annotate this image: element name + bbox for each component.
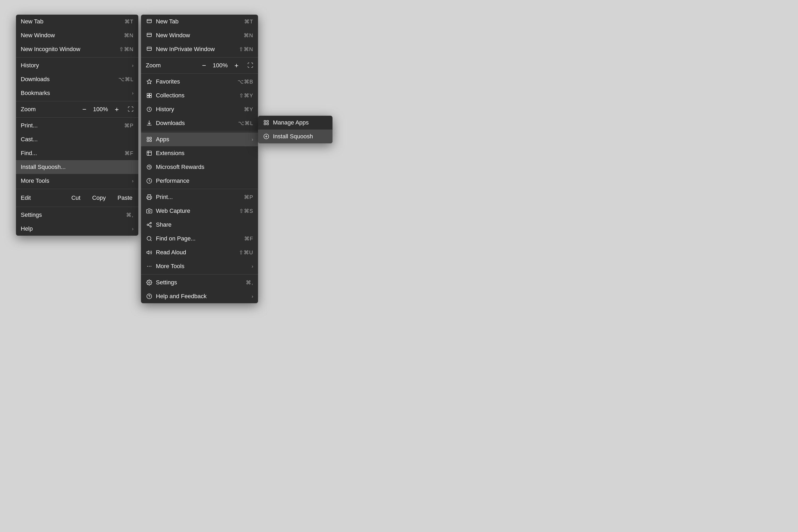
- chrome-paste-button[interactable]: Paste: [112, 193, 138, 203]
- chrome-settings[interactable]: Settings ⌘,: [16, 208, 138, 222]
- edge-print-shortcut: ⌘P: [244, 194, 253, 200]
- chrome-print-label: Print...: [21, 122, 38, 129]
- chrome-zoom-label: Zoom: [21, 106, 80, 113]
- chrome-zoom-minus[interactable]: −: [80, 105, 88, 113]
- edge-favorites-icon: [146, 78, 153, 85]
- chrome-downloads[interactable]: Downloads ⌥⌘L: [16, 72, 138, 86]
- edge-menu: New Tab ⌘T New Window ⌘N New InPrivate W…: [141, 15, 258, 303]
- edge-zoom-expand[interactable]: ⛶: [247, 62, 253, 69]
- edge-read-aloud[interactable]: Read Aloud ⇧⌘U: [141, 246, 258, 259]
- chrome-edit-row: Edit Cut Copy Paste: [16, 190, 138, 206]
- svg-point-17: [147, 165, 152, 169]
- edge-zoom-label: Zoom: [146, 62, 200, 69]
- edge-collections[interactable]: Collections ⇧⌘Y: [141, 89, 258, 102]
- chrome-new-incognito-shortcut: ⇧⌘N: [119, 46, 134, 52]
- chrome-zoom-controls: − 100% + ⛶: [80, 105, 134, 113]
- edge-web-capture[interactable]: Web Capture ⇧⌘S: [141, 204, 258, 218]
- chrome-zoom-expand[interactable]: ⛶: [128, 106, 134, 113]
- chrome-zoom-row: Zoom − 100% + ⛶: [16, 102, 138, 116]
- edge-new-inprivate-label: New InPrivate Window: [156, 46, 215, 53]
- edge-extensions-label: Extensions: [156, 150, 185, 157]
- edge-more-tools-label: More Tools: [156, 263, 184, 270]
- edge-apps-icon: [146, 136, 153, 143]
- edge-extensions[interactable]: Extensions: [141, 146, 258, 160]
- svg-rect-13: [147, 137, 149, 139]
- edge-read-aloud-shortcut: ⇧⌘U: [239, 249, 253, 255]
- chrome-edit-actions: Cut Copy Paste: [65, 193, 138, 203]
- edge-history-label: History: [156, 106, 174, 113]
- chrome-find-shortcut: ⌘F: [125, 150, 134, 156]
- edge-rewards[interactable]: Microsoft Rewards: [141, 160, 258, 174]
- edge-apps[interactable]: Apps ›: [141, 132, 258, 146]
- more-tools-arrow: ›: [132, 178, 134, 184]
- edge-new-inprivate[interactable]: New InPrivate Window ⇧⌘N: [141, 42, 258, 56]
- edge-downloads[interactable]: Downloads ⌥⌘L: [141, 116, 258, 130]
- edge-more-tools[interactable]: More Tools ›: [141, 259, 258, 273]
- edge-history[interactable]: History ⌘Y: [141, 102, 258, 116]
- edge-zoom-plus[interactable]: +: [232, 61, 241, 70]
- edge-print[interactable]: Print... ⌘P: [141, 190, 258, 204]
- edge-performance-label: Performance: [156, 177, 189, 184]
- edge-new-tab[interactable]: New Tab ⌘T: [141, 15, 258, 28]
- edge-favorites[interactable]: Favorites ⌥⌘B: [141, 75, 258, 89]
- svg-rect-0: [147, 19, 152, 23]
- edge-new-window[interactable]: New Window ⌘N: [141, 28, 258, 42]
- edge-zoom-minus[interactable]: −: [200, 61, 208, 70]
- edge-performance[interactable]: Performance: [141, 174, 258, 188]
- svg-line-23: [148, 225, 150, 226]
- edge-new-inprivate-shortcut: ⇧⌘N: [239, 46, 253, 52]
- svg-rect-7: [147, 93, 149, 95]
- edge-new-window-shortcut: ⌘N: [244, 32, 253, 39]
- chrome-bookmarks[interactable]: Bookmarks ›: [16, 86, 138, 100]
- manage-apps-item[interactable]: Manage Apps: [258, 116, 332, 130]
- apps-submenu: Manage Apps Install Squoosh: [258, 116, 332, 144]
- chrome-find[interactable]: Find... ⌘F: [16, 146, 138, 160]
- edge-new-window-label: New Window: [156, 32, 190, 39]
- edge-sep-5: [141, 274, 258, 274]
- chrome-new-incognito[interactable]: New Incognito Window ⇧⌘N: [16, 42, 138, 56]
- chrome-cast[interactable]: Cast...: [16, 132, 138, 146]
- svg-rect-2: [147, 33, 152, 37]
- edge-read-aloud-icon: [146, 249, 153, 256]
- chrome-install-squoosh[interactable]: Install Squoosh...: [16, 160, 138, 174]
- chrome-history[interactable]: History ›: [16, 58, 138, 72]
- chrome-help[interactable]: Help ›: [16, 222, 138, 236]
- edge-settings[interactable]: Settings ⌘,: [141, 276, 258, 289]
- edge-downloads-shortcut: ⌥⌘L: [238, 120, 253, 126]
- chrome-zoom-plus[interactable]: +: [113, 105, 121, 113]
- apps-arrow: ›: [252, 137, 253, 142]
- edge-help-feedback[interactable]: Help and Feedback ›: [141, 289, 258, 303]
- separator-3: [16, 117, 138, 118]
- edge-print-icon: [146, 194, 153, 201]
- separator-2: [16, 101, 138, 101]
- svg-marker-27: [147, 251, 149, 254]
- submenu-install-squoosh[interactable]: Install Squoosh: [258, 130, 332, 144]
- manage-apps-icon: [263, 119, 270, 126]
- svg-line-24: [148, 224, 150, 225]
- edge-help-arrow: ›: [252, 294, 253, 299]
- chrome-new-window[interactable]: New Window ⌘N: [16, 28, 138, 42]
- edge-find-on-page[interactable]: Find on Page... ⌘F: [141, 232, 258, 246]
- chrome-new-window-label: New Window: [21, 32, 55, 39]
- submenu-install-squoosh-label: Install Squoosh: [273, 133, 313, 140]
- svg-point-31: [148, 282, 150, 283]
- chrome-bookmarks-label: Bookmarks: [21, 90, 50, 97]
- edge-share[interactable]: Share: [141, 218, 258, 232]
- chrome-settings-shortcut: ⌘,: [126, 212, 134, 218]
- edge-new-tab-label: New Tab: [156, 18, 178, 25]
- edge-performance-icon: [146, 177, 153, 184]
- edge-web-capture-icon: [146, 208, 153, 214]
- chrome-history-label: History: [21, 62, 39, 69]
- chrome-print[interactable]: Print... ⌘P: [16, 119, 138, 132]
- edge-new-tab-icon: [146, 18, 153, 25]
- edge-favorites-label: Favorites: [156, 78, 180, 85]
- chrome-copy-button[interactable]: Copy: [86, 193, 111, 203]
- chrome-new-tab-label: New Tab: [21, 18, 43, 25]
- chrome-new-tab[interactable]: New Tab ⌘T: [16, 15, 138, 28]
- edge-web-capture-label: Web Capture: [156, 208, 190, 214]
- svg-point-32: [147, 294, 152, 299]
- chrome-more-tools[interactable]: More Tools ›: [16, 174, 138, 188]
- svg-rect-8: [150, 93, 151, 95]
- chrome-cut-button[interactable]: Cut: [65, 193, 86, 203]
- edge-history-icon: [146, 106, 153, 113]
